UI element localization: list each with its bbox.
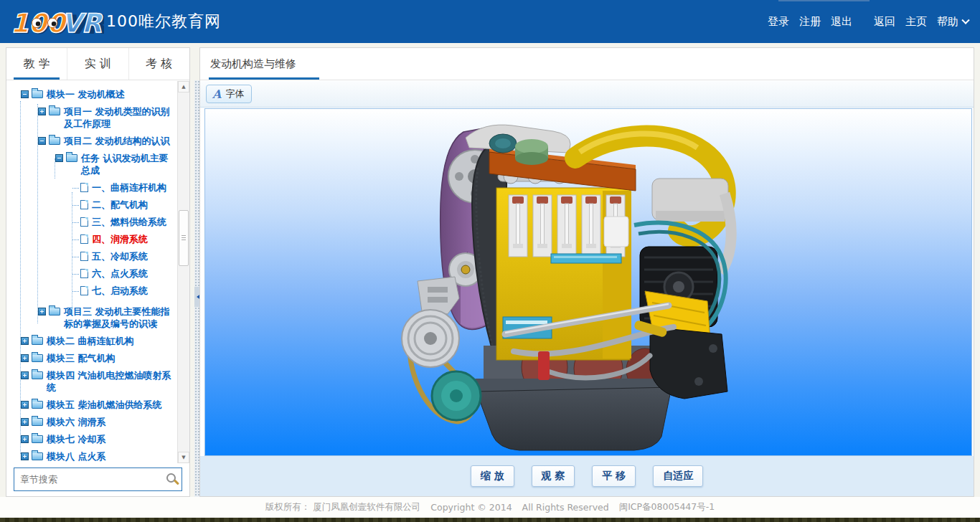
collapse-icon[interactable] [21,90,29,98]
tab-assessment[interactable]: 考 核 [129,48,189,80]
tree-node[interactable]: 模块一 发动机概述 [11,88,176,100]
tree-leaf[interactable]: 七、启动系统 [11,285,176,297]
expand-icon[interactable] [38,108,46,115]
nav-register[interactable]: 注册 [799,15,821,29]
tab-training[interactable]: 实 训 [67,48,128,80]
tree-leaf-label[interactable]: 七、启动系统 [92,285,176,297]
observe-button[interactable]: 观 察 [532,465,575,487]
folder-icon [32,418,43,426]
expand-icon[interactable] [21,435,29,443]
tree-node-label[interactable]: 模块三 配气机构 [47,352,176,364]
sidebar-tabs: 教 学 实 训 考 核 [6,48,189,80]
footer-rights: All Rights Reserved [522,502,609,513]
viewer-canvas-3d[interactable] [204,108,972,456]
tree-leaf[interactable]: 三、燃料供给系统 [11,216,176,228]
scroll-up-icon[interactable]: ▲ [178,81,189,92]
tree-node[interactable]: 项目一 发动机类型的识别及工作原理 [11,105,176,130]
main-panel: 发动机构造与维修 A 字体 [199,47,974,497]
tree-node-label[interactable]: 模块四 汽油机电控燃油喷射系统 [47,369,176,394]
tree-node-label[interactable]: 模块一 发动机概述 [47,88,176,100]
tree-node-label[interactable]: 模块二 曲柄连缸机构 [47,335,176,347]
expand-icon[interactable] [21,354,29,362]
tree-node-label[interactable]: 模块五 柴油机燃油供给系统 [47,399,176,411]
viewer-toolbar: A 字体 [200,81,974,108]
nav-logout[interactable]: 退出 [831,15,852,29]
desktop-edge-strip [0,518,980,522]
site-logo[interactable]: 100VR 100 VR [7,5,104,38]
tree-leaf-label[interactable]: 五、冷却系统 [92,250,176,262]
tree-leaf-label[interactable]: 二、配气机构 [92,199,176,211]
tree-leaf[interactable]: 四、润滑系统 [11,233,176,245]
font-button-label: 字体 [225,87,244,100]
collapse-icon[interactable] [55,154,63,162]
expand-icon[interactable] [21,452,29,460]
tree-node-label[interactable]: 任务 认识发动机主要总成 [81,152,176,176]
header: 100VR 100 VR 100唯尔教育网 登录 注册 退出 返回 主页 帮助 [0,0,980,43]
tree-leaf[interactable]: 六、点火系统 [11,267,176,280]
nav-help[interactable]: 帮助 [937,15,969,29]
expand-icon[interactable] [21,371,29,379]
folder-icon [32,452,43,460]
tree-leaf[interactable]: 五、冷却系统 [11,250,176,262]
tree-node[interactable]: 项目三 发动机主要性能指标的掌握及编号的识读 [11,305,176,330]
tree-node[interactable]: 模块三 配气机构 [11,352,176,364]
footer-icp: 闽ICP备08005447号-1 [619,501,715,513]
document-icon [80,217,88,227]
tree-leaf-label[interactable]: 一、曲柄连杆机构 [92,181,176,194]
font-button[interactable]: A 字体 [206,85,252,103]
tab-teaching[interactable]: 教 学 [6,48,67,80]
tree-connector [72,222,79,223]
tree-node-label[interactable]: 项目三 发动机主要性能指标的掌握及编号的识读 [64,305,176,330]
scroll-down-icon[interactable]: ▼ [178,452,189,463]
tree-node[interactable]: 模块五 柴油机燃油供给系统 [11,399,176,411]
tree-node[interactable]: 模块七 冷却系 [11,433,176,445]
chevron-down-icon [961,16,969,24]
document-icon [80,252,88,261]
tree-node[interactable]: 模块六 润滑系 [11,416,176,428]
nav-login[interactable]: 登录 [768,15,789,29]
tree-leaf-label[interactable]: 三、燃料供给系统 [92,216,176,228]
folder-icon [32,435,43,443]
document-icon [80,269,88,278]
tree-node-label[interactable]: 模块六 润滑系 [47,416,176,428]
zoom-button[interactable]: 缩 放 [471,465,514,487]
collapse-icon[interactable] [38,137,46,145]
tree-connector [72,291,79,292]
engine-3d-model [397,110,762,455]
search-box [14,468,182,491]
header-nav: 登录 注册 退出 返回 主页 帮助 [768,0,969,43]
footer-owner: 版权所有： 厦门凤凰创壹软件有限公司 [265,501,420,513]
tree-node-label[interactable]: 模块八 点火系 [47,450,176,462]
expand-icon[interactable] [38,308,46,315]
tree-leaf[interactable]: 二、配气机构 [11,199,176,211]
tree-node-label[interactable]: 项目二 发动机结构的认识 [64,135,176,147]
tree-node[interactable]: 模块八 点火系 [11,450,176,462]
chapter-tree: 模块一 发动机概述 项目一 发动机类型的识别及工作原理 项目二 发动机结构的认识… [6,81,177,463]
tree-connector [72,239,79,240]
scrollbar-thumb[interactable] [179,210,189,266]
tree-scrollbar[interactable]: ▲ ▼ [177,81,189,463]
chapter-search-row [6,463,189,496]
folder-icon [32,354,43,362]
tree-node[interactable]: 任务 认识发动机主要总成 [11,152,176,176]
search-input[interactable] [20,468,153,490]
tree-leaf-label[interactable]: 六、点火系统 [92,267,176,280]
tree-leaf[interactable]: 一、曲柄连杆机构 [11,181,176,194]
pan-button[interactable]: 平 移 [592,465,636,487]
expand-icon[interactable] [21,418,29,426]
expand-icon[interactable] [21,337,29,345]
tree-leaf-label-selected[interactable]: 四、润滑系统 [92,233,176,245]
tree-node[interactable]: 项目二 发动机结构的认识 [11,135,176,147]
tree-node[interactable]: 模块二 曲柄连缸机构 [11,335,176,347]
nav-back[interactable]: 返回 [874,15,895,29]
tree-node[interactable]: 模块四 汽油机电控燃油喷射系统 [11,369,176,394]
tab-course-title[interactable]: 发动机构造与维修 [210,48,296,80]
folder-icon [66,154,77,162]
search-icon[interactable] [166,473,176,483]
tree-node-label[interactable]: 模块七 冷却系 [47,433,176,445]
document-icon [80,183,88,192]
tree-node-label[interactable]: 项目一 发动机类型的识别及工作原理 [64,105,176,130]
expand-icon[interactable] [21,401,29,409]
fit-button[interactable]: 自适应 [653,465,703,487]
nav-home[interactable]: 主页 [905,15,927,29]
